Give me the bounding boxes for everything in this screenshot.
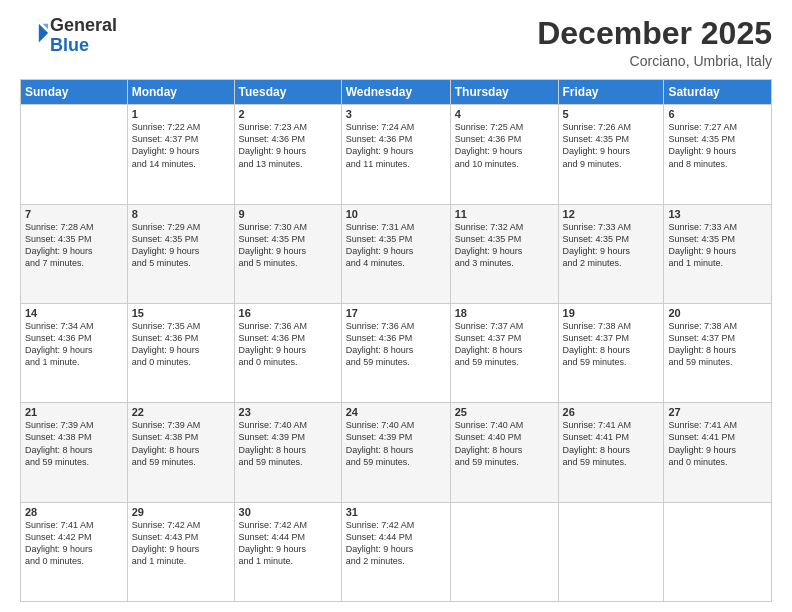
day-info: Sunrise: 7:38 AM Sunset: 4:37 PM Dayligh…	[668, 320, 767, 369]
day-info: Sunrise: 7:42 AM Sunset: 4:44 PM Dayligh…	[239, 519, 337, 568]
day-number: 10	[346, 208, 446, 220]
day-number: 9	[239, 208, 337, 220]
weekday-header-tuesday: Tuesday	[234, 80, 341, 105]
day-cell: 15Sunrise: 7:35 AM Sunset: 4:36 PM Dayli…	[127, 303, 234, 402]
day-cell: 1Sunrise: 7:22 AM Sunset: 4:37 PM Daylig…	[127, 105, 234, 204]
day-number: 30	[239, 506, 337, 518]
day-info: Sunrise: 7:36 AM Sunset: 4:36 PM Dayligh…	[239, 320, 337, 369]
day-cell: 29Sunrise: 7:42 AM Sunset: 4:43 PM Dayli…	[127, 502, 234, 601]
day-info: Sunrise: 7:34 AM Sunset: 4:36 PM Dayligh…	[25, 320, 123, 369]
day-cell: 20Sunrise: 7:38 AM Sunset: 4:37 PM Dayli…	[664, 303, 772, 402]
day-info: Sunrise: 7:33 AM Sunset: 4:35 PM Dayligh…	[668, 221, 767, 270]
day-cell: 22Sunrise: 7:39 AM Sunset: 4:38 PM Dayli…	[127, 403, 234, 502]
day-info: Sunrise: 7:39 AM Sunset: 4:38 PM Dayligh…	[25, 419, 123, 468]
day-cell: 5Sunrise: 7:26 AM Sunset: 4:35 PM Daylig…	[558, 105, 664, 204]
day-cell: 11Sunrise: 7:32 AM Sunset: 4:35 PM Dayli…	[450, 204, 558, 303]
month-title: December 2025	[537, 16, 772, 51]
day-cell: 4Sunrise: 7:25 AM Sunset: 4:36 PM Daylig…	[450, 105, 558, 204]
day-info: Sunrise: 7:28 AM Sunset: 4:35 PM Dayligh…	[25, 221, 123, 270]
day-cell: 2Sunrise: 7:23 AM Sunset: 4:36 PM Daylig…	[234, 105, 341, 204]
day-number: 3	[346, 108, 446, 120]
day-info: Sunrise: 7:38 AM Sunset: 4:37 PM Dayligh…	[563, 320, 660, 369]
day-number: 1	[132, 108, 230, 120]
weekday-header-wednesday: Wednesday	[341, 80, 450, 105]
location: Corciano, Umbria, Italy	[537, 53, 772, 69]
day-cell: 27Sunrise: 7:41 AM Sunset: 4:41 PM Dayli…	[664, 403, 772, 502]
day-cell: 25Sunrise: 7:40 AM Sunset: 4:40 PM Dayli…	[450, 403, 558, 502]
day-cell	[558, 502, 664, 601]
day-info: Sunrise: 7:22 AM Sunset: 4:37 PM Dayligh…	[132, 121, 230, 170]
day-number: 14	[25, 307, 123, 319]
day-cell: 17Sunrise: 7:36 AM Sunset: 4:36 PM Dayli…	[341, 303, 450, 402]
day-cell: 18Sunrise: 7:37 AM Sunset: 4:37 PM Dayli…	[450, 303, 558, 402]
week-row-2: 7Sunrise: 7:28 AM Sunset: 4:35 PM Daylig…	[21, 204, 772, 303]
title-block: December 2025 Corciano, Umbria, Italy	[537, 16, 772, 69]
day-info: Sunrise: 7:37 AM Sunset: 4:37 PM Dayligh…	[455, 320, 554, 369]
day-info: Sunrise: 7:35 AM Sunset: 4:36 PM Dayligh…	[132, 320, 230, 369]
day-info: Sunrise: 7:41 AM Sunset: 4:41 PM Dayligh…	[668, 419, 767, 468]
day-cell	[664, 502, 772, 601]
weekday-header-friday: Friday	[558, 80, 664, 105]
day-cell: 14Sunrise: 7:34 AM Sunset: 4:36 PM Dayli…	[21, 303, 128, 402]
logo-icon	[22, 20, 50, 48]
day-number: 18	[455, 307, 554, 319]
day-cell: 6Sunrise: 7:27 AM Sunset: 4:35 PM Daylig…	[664, 105, 772, 204]
week-row-1: 1Sunrise: 7:22 AM Sunset: 4:37 PM Daylig…	[21, 105, 772, 204]
day-cell: 9Sunrise: 7:30 AM Sunset: 4:35 PM Daylig…	[234, 204, 341, 303]
day-info: Sunrise: 7:33 AM Sunset: 4:35 PM Dayligh…	[563, 221, 660, 270]
day-number: 25	[455, 406, 554, 418]
day-number: 28	[25, 506, 123, 518]
day-number: 4	[455, 108, 554, 120]
day-cell: 28Sunrise: 7:41 AM Sunset: 4:42 PM Dayli…	[21, 502, 128, 601]
day-info: Sunrise: 7:30 AM Sunset: 4:35 PM Dayligh…	[239, 221, 337, 270]
day-number: 11	[455, 208, 554, 220]
day-info: Sunrise: 7:41 AM Sunset: 4:42 PM Dayligh…	[25, 519, 123, 568]
day-number: 5	[563, 108, 660, 120]
calendar-body: 1Sunrise: 7:22 AM Sunset: 4:37 PM Daylig…	[21, 105, 772, 602]
day-cell: 12Sunrise: 7:33 AM Sunset: 4:35 PM Dayli…	[558, 204, 664, 303]
day-number: 23	[239, 406, 337, 418]
header: General Blue December 2025 Corciano, Umb…	[20, 16, 772, 69]
day-info: Sunrise: 7:31 AM Sunset: 4:35 PM Dayligh…	[346, 221, 446, 270]
day-cell	[21, 105, 128, 204]
day-cell: 24Sunrise: 7:40 AM Sunset: 4:39 PM Dayli…	[341, 403, 450, 502]
day-info: Sunrise: 7:29 AM Sunset: 4:35 PM Dayligh…	[132, 221, 230, 270]
day-info: Sunrise: 7:36 AM Sunset: 4:36 PM Dayligh…	[346, 320, 446, 369]
week-row-5: 28Sunrise: 7:41 AM Sunset: 4:42 PM Dayli…	[21, 502, 772, 601]
day-number: 22	[132, 406, 230, 418]
day-cell: 7Sunrise: 7:28 AM Sunset: 4:35 PM Daylig…	[21, 204, 128, 303]
day-number: 12	[563, 208, 660, 220]
day-cell: 8Sunrise: 7:29 AM Sunset: 4:35 PM Daylig…	[127, 204, 234, 303]
day-number: 29	[132, 506, 230, 518]
day-info: Sunrise: 7:24 AM Sunset: 4:36 PM Dayligh…	[346, 121, 446, 170]
day-info: Sunrise: 7:32 AM Sunset: 4:35 PM Dayligh…	[455, 221, 554, 270]
day-cell: 3Sunrise: 7:24 AM Sunset: 4:36 PM Daylig…	[341, 105, 450, 204]
day-cell: 16Sunrise: 7:36 AM Sunset: 4:36 PM Dayli…	[234, 303, 341, 402]
week-row-3: 14Sunrise: 7:34 AM Sunset: 4:36 PM Dayli…	[21, 303, 772, 402]
day-info: Sunrise: 7:40 AM Sunset: 4:39 PM Dayligh…	[346, 419, 446, 468]
day-number: 13	[668, 208, 767, 220]
day-number: 6	[668, 108, 767, 120]
weekday-header-row: SundayMondayTuesdayWednesdayThursdayFrid…	[21, 80, 772, 105]
day-number: 7	[25, 208, 123, 220]
day-info: Sunrise: 7:42 AM Sunset: 4:43 PM Dayligh…	[132, 519, 230, 568]
day-number: 15	[132, 307, 230, 319]
day-number: 21	[25, 406, 123, 418]
weekday-header-monday: Monday	[127, 80, 234, 105]
day-cell: 10Sunrise: 7:31 AM Sunset: 4:35 PM Dayli…	[341, 204, 450, 303]
day-info: Sunrise: 7:26 AM Sunset: 4:35 PM Dayligh…	[563, 121, 660, 170]
calendar: SundayMondayTuesdayWednesdayThursdayFrid…	[20, 79, 772, 602]
day-number: 26	[563, 406, 660, 418]
day-number: 17	[346, 307, 446, 319]
logo-blue: Blue	[50, 35, 89, 55]
day-number: 31	[346, 506, 446, 518]
logo: General Blue	[20, 16, 117, 56]
day-number: 16	[239, 307, 337, 319]
day-cell: 19Sunrise: 7:38 AM Sunset: 4:37 PM Dayli…	[558, 303, 664, 402]
day-cell: 26Sunrise: 7:41 AM Sunset: 4:41 PM Dayli…	[558, 403, 664, 502]
day-number: 19	[563, 307, 660, 319]
week-row-4: 21Sunrise: 7:39 AM Sunset: 4:38 PM Dayli…	[21, 403, 772, 502]
day-cell	[450, 502, 558, 601]
day-cell: 13Sunrise: 7:33 AM Sunset: 4:35 PM Dayli…	[664, 204, 772, 303]
day-info: Sunrise: 7:41 AM Sunset: 4:41 PM Dayligh…	[563, 419, 660, 468]
